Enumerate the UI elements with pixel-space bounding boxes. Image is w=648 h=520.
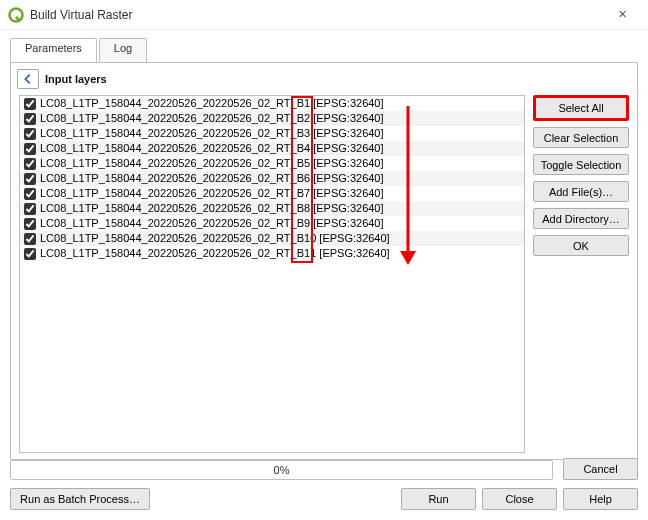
select-all-button[interactable]: Select All	[533, 95, 629, 121]
layer-checkbox[interactable]	[24, 158, 36, 170]
list-item[interactable]: LC08_L1TP_158044_20220526_20220526_02_RT…	[20, 246, 524, 261]
qgis-icon	[8, 7, 24, 23]
layer-checkbox[interactable]	[24, 248, 36, 260]
panel-header: Input layers	[11, 63, 637, 93]
clear-selection-button[interactable]: Clear Selection	[533, 127, 629, 148]
layer-label: LC08_L1TP_158044_20220526_20220526_02_RT…	[40, 126, 384, 141]
layer-label: LC08_L1TP_158044_20220526_20220526_02_RT…	[40, 156, 384, 171]
layer-checkbox[interactable]	[24, 218, 36, 230]
add-files-button[interactable]: Add File(s)…	[533, 181, 629, 202]
side-buttons: Select All Clear Selection Toggle Select…	[533, 95, 629, 453]
bottom-bar: Run as Batch Process… Run Close Help	[10, 488, 638, 510]
back-button[interactable]	[17, 69, 39, 89]
layer-label: LC08_L1TP_158044_20220526_20220526_02_RT…	[40, 171, 384, 186]
tab-bar: Parameters Log	[10, 38, 638, 62]
layer-checkbox[interactable]	[24, 128, 36, 140]
ok-button[interactable]: OK	[533, 235, 629, 256]
layer-label: LC08_L1TP_158044_20220526_20220526_02_RT…	[40, 111, 384, 126]
layer-checkbox[interactable]	[24, 173, 36, 185]
help-button[interactable]: Help	[563, 488, 638, 510]
close-button[interactable]: Close	[482, 488, 557, 510]
progress-bar: 0%	[10, 460, 553, 480]
panel-subtitle: Input layers	[45, 73, 107, 85]
layer-checkbox[interactable]	[24, 113, 36, 125]
chevron-left-icon	[21, 72, 35, 86]
parameters-panel: Input layers LC08_L1TP_158044_20220526_2…	[10, 62, 638, 460]
list-item[interactable]: LC08_L1TP_158044_20220526_20220526_02_RT…	[20, 231, 524, 246]
list-item[interactable]: LC08_L1TP_158044_20220526_20220526_02_RT…	[20, 156, 524, 171]
progress-text: 0%	[274, 464, 290, 476]
run-button[interactable]: Run	[401, 488, 476, 510]
layer-checkbox[interactable]	[24, 233, 36, 245]
tab-log[interactable]: Log	[99, 38, 147, 62]
layer-label: LC08_L1TP_158044_20220526_20220526_02_RT…	[40, 216, 384, 231]
input-layers-list[interactable]: LC08_L1TP_158044_20220526_20220526_02_RT…	[19, 95, 525, 453]
toggle-selection-button[interactable]: Toggle Selection	[533, 154, 629, 175]
layer-label: LC08_L1TP_158044_20220526_20220526_02_RT…	[40, 246, 390, 261]
run-batch-button[interactable]: Run as Batch Process…	[10, 488, 150, 510]
titlebar: Build Virtual Raster ✕	[0, 0, 648, 30]
tab-parameters[interactable]: Parameters	[10, 38, 97, 62]
layer-checkbox[interactable]	[24, 203, 36, 215]
list-item[interactable]: LC08_L1TP_158044_20220526_20220526_02_RT…	[20, 186, 524, 201]
layer-checkbox[interactable]	[24, 143, 36, 155]
layer-label: LC08_L1TP_158044_20220526_20220526_02_RT…	[40, 141, 384, 156]
list-item[interactable]: LC08_L1TP_158044_20220526_20220526_02_RT…	[20, 201, 524, 216]
dialog-window: Build Virtual Raster ✕ Parameters Log In…	[0, 0, 648, 520]
list-item[interactable]: LC08_L1TP_158044_20220526_20220526_02_RT…	[20, 96, 524, 111]
layer-checkbox[interactable]	[24, 188, 36, 200]
layer-label: LC08_L1TP_158044_20220526_20220526_02_RT…	[40, 96, 384, 111]
cancel-button[interactable]: Cancel	[563, 458, 638, 480]
layer-label: LC08_L1TP_158044_20220526_20220526_02_RT…	[40, 186, 384, 201]
list-item[interactable]: LC08_L1TP_158044_20220526_20220526_02_RT…	[20, 126, 524, 141]
layer-label: LC08_L1TP_158044_20220526_20220526_02_RT…	[40, 201, 384, 216]
layer-label: LC08_L1TP_158044_20220526_20220526_02_RT…	[40, 231, 390, 246]
panel-content: LC08_L1TP_158044_20220526_20220526_02_RT…	[19, 95, 629, 453]
list-item[interactable]: LC08_L1TP_158044_20220526_20220526_02_RT…	[20, 171, 524, 186]
layer-checkbox[interactable]	[24, 98, 36, 110]
add-directory-button[interactable]: Add Directory…	[533, 208, 629, 229]
list-item[interactable]: LC08_L1TP_158044_20220526_20220526_02_RT…	[20, 216, 524, 231]
close-icon: ✕	[618, 8, 627, 21]
window-close-button[interactable]: ✕	[604, 1, 640, 29]
list-item[interactable]: LC08_L1TP_158044_20220526_20220526_02_RT…	[20, 111, 524, 126]
list-item[interactable]: LC08_L1TP_158044_20220526_20220526_02_RT…	[20, 141, 524, 156]
window-title: Build Virtual Raster	[30, 8, 133, 22]
